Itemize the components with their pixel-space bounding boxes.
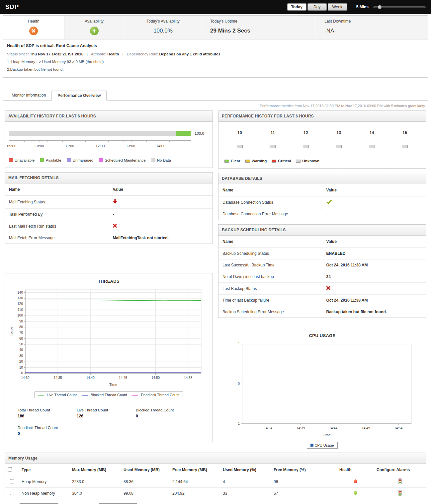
blocked-thread-line-icon [82, 395, 88, 396]
hour-cell-13: 13 [322, 130, 356, 148]
granularity-slider[interactable] [373, 6, 426, 8]
legend-label: Unavailable [15, 158, 35, 162]
svg-text:14:39: 14:39 [297, 426, 305, 430]
rca-link[interactable]: Root Cause Analysis [56, 43, 97, 48]
legend-item-unmanaged: Unmanaged [67, 158, 94, 162]
availability-time-axis: 09:00 10:00 11:00 12:00 13:00 14:00 [9, 140, 191, 151]
value-column-header: Value [322, 236, 426, 248]
hour-cell-15: 15 [388, 130, 422, 148]
legend-item-clear: Clear [224, 159, 240, 163]
tab-performance-overview[interactable]: Performance Overview [51, 91, 107, 101]
live-thread-count: Live Thread Count 126 [77, 408, 136, 418]
status-since-value: Thu Nov 17 14:32:21 IST 2016 [30, 52, 83, 56]
table-header-row: Type Max Memory (MB) Used Memory (MB) Fr… [5, 464, 426, 476]
total-thread-count-label: Total Thread Count [18, 408, 77, 412]
granularity-slider-knob[interactable] [378, 5, 382, 9]
svg-text:40: 40 [19, 348, 23, 352]
row-name: Backup Scheduling Status [218, 248, 322, 259]
period-week-button[interactable]: Week [328, 3, 347, 11]
row-name: Database Connection Error Message [218, 208, 322, 220]
legend-item-warning: Warning [245, 159, 267, 163]
table-row: Task Performed By - [5, 209, 213, 220]
table-row: Last Successful Backup Time Oct 24, 2016… [218, 259, 426, 271]
available-swatch-icon [40, 158, 44, 162]
configure-alarms-button[interactable] [398, 490, 402, 497]
hour-status-box-unknown[interactable] [336, 145, 342, 148]
table-row-non-heap-memory: Non Heap Memory 304.0 99.08 204.92 33 67 [5, 488, 426, 499]
cpu-usage-chart: -10114:3414:3914:4414:4914:54Time [226, 339, 419, 439]
left-column: AVAILABILITY HISTORY FOR LAST 6 HOURS 10… [5, 110, 213, 447]
row-checkbox[interactable] [10, 479, 14, 483]
legend-item-no-data: No Data [151, 158, 171, 162]
legend-label: No Data [157, 158, 171, 162]
svg-text:10: 10 [19, 366, 23, 369]
attribute-value: Health [107, 52, 119, 56]
legend-label: Scheduled Maintenance [105, 158, 145, 162]
mail-fetching-table: Name Value Mail Fetching Status Task Per… [5, 183, 213, 244]
status-card: Health Availability Today's Availability… [3, 15, 428, 78]
row-value: - [322, 208, 426, 220]
threads-chart-title: THREADS [5, 273, 213, 284]
availability-history-panel: AVAILABILITY HISTORY FOR LAST 6 HOURS 10… [5, 110, 213, 168]
svg-text:14:45: 14:45 [119, 376, 127, 380]
hour-cell-10: 10 [223, 130, 256, 148]
legend-item-unknown: Unknown [296, 159, 319, 163]
availability-bar-row: 100.0 [9, 131, 209, 136]
select-all-checkbox[interactable] [8, 467, 12, 471]
svg-text:14:34: 14:34 [264, 426, 272, 430]
hour-status-box-unknown[interactable] [270, 145, 276, 148]
row-checkbox[interactable] [10, 491, 14, 495]
performance-legend: Clear Warning Critical Unknown [223, 159, 421, 163]
svg-text:Time: Time [322, 433, 330, 437]
rca-reason-2: 2.Backup taken but file not found. [7, 67, 424, 71]
tab-monitor-information[interactable]: Monitor Information [6, 91, 51, 101]
svg-text:14:54: 14:54 [394, 426, 402, 430]
row-value: 24 [322, 271, 426, 283]
hour-label: 13 [322, 130, 356, 135]
availability-percent-label: 100.0 [195, 131, 209, 135]
period-today-button[interactable]: Today [287, 3, 306, 11]
last-downtime-cell: Last Downtime -NA- [315, 16, 428, 39]
availability-up-icon [90, 27, 99, 35]
table-row: Backup Scheduling Status ENABLED [218, 248, 426, 259]
legend-label: Warning [252, 159, 267, 163]
configure-alarms-icon [398, 490, 402, 496]
legend-item-live-thread-count: Live Thread Count [38, 393, 77, 397]
health-critical-icon [29, 27, 38, 35]
live-thread-count-label: Live Thread Count [77, 408, 136, 412]
max-memory-value: 304.0 [69, 488, 121, 499]
memory-type: Non Heap Memory [19, 488, 69, 499]
name-column-header: Name [5, 183, 109, 196]
svg-text:130: 130 [17, 296, 23, 300]
period-day-button[interactable]: Day [307, 3, 327, 11]
availability-legend: Unavailable Available Unmanaged Sch [9, 158, 209, 162]
free-memory-pct-value: 96 [271, 476, 337, 488]
legend-item-cpu-usage: CPU Usage [310, 443, 334, 447]
configure-alarms-button[interactable] [398, 478, 402, 485]
table-row: Last Backup Status [218, 283, 426, 295]
row-name: Last Backup Status [218, 283, 322, 295]
time-tick-label: 14:00 [156, 144, 166, 148]
svg-text:90: 90 [19, 320, 23, 323]
hour-status-box-unknown[interactable] [369, 145, 375, 148]
hour-status-box-unknown[interactable] [402, 145, 408, 148]
value-column-header: Value [109, 183, 213, 196]
legend-label: Blocked Thread Count [91, 393, 127, 397]
svg-text:14:35: 14:35 [53, 376, 62, 380]
hour-status-box-unknown[interactable] [303, 145, 309, 148]
availability-tab[interactable]: Availability [64, 16, 124, 39]
legend-item-unavailable: Unavailable [9, 158, 35, 162]
total-thread-count: Total Thread Count 186 [18, 408, 77, 418]
legend-label: Available [46, 158, 61, 162]
memory-usage-table: Type Max Memory (MB) Used Memory (MB) Fr… [5, 464, 426, 499]
free-memory-mb-column-header: Free Memory (MB) [170, 464, 220, 476]
legend-label: Live Thread Count [47, 393, 77, 397]
memory-usage-panel: Memory Usage Type Max Memory (MB) Used M… [5, 453, 426, 499]
root-cause-analysis: Health of SDP is critical. Root Cause An… [3, 39, 428, 77]
deadlock-thread-line-icon [132, 395, 138, 396]
health-tab[interactable]: Health [3, 16, 64, 39]
rca-heading: Health of SDP is critical. Root Cause An… [7, 43, 424, 48]
legend-item-deadlock-thread-count: Deadlock Thread Count [132, 393, 179, 397]
hour-status-box-unknown[interactable] [237, 145, 243, 148]
table-row: Backup Scheduling Error Message Backup t… [218, 306, 426, 318]
